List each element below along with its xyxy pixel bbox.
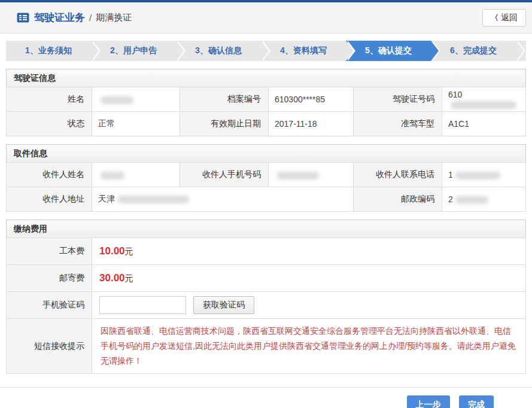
page-header: 驾驶证业务 / 期满换证 〈 返回 — [0, 2, 532, 34]
recipient-name-label: 收件人姓名 — [7, 163, 92, 187]
back-button[interactable]: 〈 返回 — [482, 9, 526, 27]
section-license-info: 驾驶证信息 姓名 档案编号 610300****85 驾驶证号码 610 状态 … — [6, 69, 526, 136]
redacted-mobile — [277, 172, 319, 179]
mobile-value — [269, 163, 354, 187]
status-value: 正常 — [92, 112, 180, 136]
breadcrumb-current: 期满换证 — [96, 12, 132, 23]
section-fees: 缴纳费用 工本费 10.00元 邮寄费 30.00元 手机验证码 获取验证码 短… — [6, 220, 526, 374]
sms-notice-label: 短信接收提示 — [7, 319, 92, 374]
phone-value: 1 — [442, 163, 526, 187]
postal-value: 2 — [442, 187, 526, 212]
name-value — [92, 87, 180, 112]
fees-table: 工本费 10.00元 邮寄费 30.00元 手机验证码 获取验证码 短信接收提示… — [6, 238, 526, 374]
section-license-title: 驾驶证信息 — [6, 69, 526, 87]
step-5-confirm-submit[interactable]: 5、确认提交 — [346, 41, 431, 61]
postal-label: 邮政编码 — [354, 187, 442, 212]
table-row: 手机验证码 获取验证码 — [7, 292, 526, 319]
production-fee-value: 10.00元 — [92, 238, 526, 265]
redacted-phone — [455, 172, 500, 179]
table-row: 收件人姓名 收件人手机号码 收件人联系电话 1 — [7, 163, 526, 187]
postage-fee-amount: 30.00 — [99, 272, 125, 284]
license-info-table: 姓名 档案编号 610300****85 驾驶证号码 610 状态 正常 有效期… — [6, 87, 526, 136]
get-code-button[interactable]: 获取验证码 — [193, 296, 254, 314]
expiry-value: 2017-11-18 — [269, 112, 354, 136]
expiry-label: 有效期止日期 — [180, 112, 269, 136]
license-list-icon — [17, 13, 29, 23]
previous-step-button[interactable]: 上一步 — [407, 395, 450, 408]
section-fees-title: 缴纳费用 — [6, 220, 526, 238]
recipient-name-value — [92, 163, 180, 187]
back-label: 返回 — [501, 13, 518, 23]
captcha-label: 手机验证码 — [7, 292, 92, 319]
step-1-business-notes[interactable]: 1、业务须知 — [6, 41, 91, 61]
production-fee-label: 工本费 — [7, 238, 92, 265]
postage-fee-unit: 元 — [125, 273, 133, 283]
postage-fee-value: 30.00元 — [92, 265, 526, 292]
step-6-complete-submit[interactable]: 6、完成提交 — [431, 41, 516, 61]
file-no-label: 档案编号 — [180, 87, 269, 112]
table-row: 邮寄费 30.00元 — [7, 265, 526, 292]
step-3-confirm-info[interactable]: 3、确认信息 — [176, 41, 261, 61]
page-title: 驾驶证业务 — [34, 11, 85, 25]
captcha-input[interactable] — [99, 296, 186, 314]
license-no-value: 610 — [442, 87, 526, 112]
finish-button[interactable]: 完成 — [459, 395, 494, 408]
table-row: 短信接收提示 因陕西省联通、电信运营商技术问题，陕西省互联网交通安全综合服务管理… — [7, 319, 526, 374]
table-row: 收件人地址 天津 邮政编码 2 — [7, 187, 526, 212]
license-no-label: 驾驶证号码 — [354, 87, 442, 112]
table-row: 工本费 10.00元 — [7, 238, 526, 265]
sms-notice-cell: 因陕西省联通、电信运营商技术问题，陕西省互联网交通安全综合服务管理平台无法向持陕… — [92, 319, 526, 374]
status-label: 状态 — [7, 112, 92, 136]
breadcrumb-divider: / — [89, 13, 92, 23]
footer-actions: 上一步 完成 — [0, 387, 532, 408]
redacted-recipient-name — [101, 172, 124, 179]
mobile-label: 收件人手机号码 — [180, 163, 269, 187]
step-2-user-declaration[interactable]: 2、用户申告 — [91, 41, 176, 61]
vehicle-class-label: 准驾车型 — [354, 112, 442, 136]
sms-notice-text: 因陕西省联通、电信运营商技术问题，陕西省互联网交通安全综合服务管理平台无法向持陕… — [98, 319, 519, 373]
redacted-postal — [455, 196, 488, 204]
step-4-fill-data[interactable]: 4、资料填写 — [261, 41, 346, 61]
wizard-steps: 1、业务须知 2、用户申告 3、确认信息 4、资料填写 5、确认提交 6、完成提… — [6, 41, 526, 61]
pickup-info-table: 收件人姓名 收件人手机号码 收件人联系电话 1 收件人地址 天津 邮政编码 2 — [6, 162, 526, 212]
name-label: 姓名 — [7, 87, 92, 112]
postage-fee-label: 邮寄费 — [7, 265, 92, 292]
captcha-cell: 获取验证码 — [92, 292, 526, 319]
back-chevron-icon: 〈 — [491, 13, 498, 23]
redacted-license-no — [451, 101, 516, 109]
vehicle-class-value: A1C1 — [442, 112, 526, 136]
file-no-value: 610300****85 — [269, 87, 354, 112]
address-value: 天津 — [92, 187, 354, 212]
section-pickup-title: 取件信息 — [6, 144, 526, 162]
table-row: 姓名 档案编号 610300****85 驾驶证号码 610 — [7, 87, 526, 112]
production-fee-amount: 10.00 — [99, 245, 125, 257]
redacted-name — [101, 96, 133, 104]
production-fee-unit: 元 — [125, 246, 133, 256]
section-pickup-info: 取件信息 收件人姓名 收件人手机号码 收件人联系电话 1 收件人地址 天津 邮政… — [6, 144, 526, 212]
address-label: 收件人地址 — [7, 187, 92, 212]
table-row: 状态 正常 有效期止日期 2017-11-18 准驾车型 A1C1 — [7, 112, 526, 136]
redacted-address — [117, 196, 189, 203]
phone-label: 收件人联系电话 — [354, 163, 442, 187]
